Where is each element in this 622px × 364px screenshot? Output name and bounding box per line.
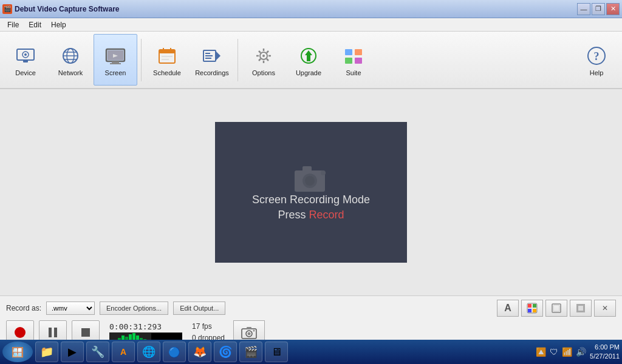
options-icon	[251, 44, 276, 68]
taskbar-tools[interactable]: 🔧	[86, 342, 109, 362]
svg-point-57	[15, 327, 26, 338]
svg-rect-54	[553, 305, 559, 311]
maximize-button[interactable]: ❐	[592, 3, 605, 15]
format-select[interactable]: .wmv .avi .mp4 .mov	[46, 302, 95, 315]
svg-point-65	[253, 330, 255, 332]
text-overlay-btn[interactable]: A	[497, 300, 519, 317]
timer-display: 0:00:31:293	[109, 322, 162, 331]
window-title: Debut Video Capture Software	[15, 5, 119, 13]
taskbar-chrome[interactable]: 🌀	[214, 342, 237, 362]
svg-rect-3	[23, 60, 28, 62]
taskbar-media[interactable]: ▶	[61, 342, 84, 362]
svg-rect-52	[533, 309, 536, 312]
svg-rect-46	[302, 166, 312, 172]
schedule-icon	[155, 44, 179, 68]
separator-1	[141, 39, 142, 81]
menu-help[interactable]: Help	[46, 19, 71, 30]
titlebar: 🎬 Debut Video Capture Software — ❐ ✕	[0, 0, 622, 18]
encoder-options-button[interactable]: Encoder Options...	[100, 302, 168, 315]
toolbar: Device Network Screen	[0, 32, 622, 89]
clock-time: 6:00 PM	[590, 343, 620, 352]
taskbar-ie[interactable]: 🔵	[163, 342, 186, 362]
system-clock: 6:00 PM 5/27/2011	[590, 343, 620, 362]
schedule-label: Schedule	[153, 69, 181, 76]
toolbar-upgrade[interactable]: Upgrade	[287, 34, 330, 86]
upgrade-icon	[296, 44, 321, 68]
taskbar-firefox[interactable]: 🦊	[188, 342, 211, 362]
svg-rect-51	[528, 309, 531, 312]
toolbar-schedule[interactable]: Schedule	[145, 34, 189, 86]
svg-rect-23	[205, 55, 213, 56]
record-as-row: Record as: .wmv .avi .mp4 .mov Encoder O…	[6, 300, 616, 317]
taskbar-presentation[interactable]: 🖥	[265, 342, 288, 362]
clock-date: 5/27/2011	[590, 352, 620, 361]
svg-rect-37	[345, 49, 352, 55]
network-icon	[58, 44, 83, 68]
overlay-buttons: A	[497, 300, 616, 317]
menu-file[interactable]: File	[2, 19, 24, 30]
svg-rect-24	[205, 58, 211, 59]
toolbar-help[interactable]: ? Help	[575, 34, 618, 86]
minimize-button[interactable]: —	[577, 3, 590, 15]
preview-mode-text: Screen Recording Mode	[252, 194, 370, 206]
notification-icon: 🔼	[536, 347, 546, 357]
svg-rect-58	[49, 328, 52, 337]
edit-output-button[interactable]: Edit Output...	[173, 302, 225, 315]
options-label: Options	[252, 69, 275, 76]
help-icon: ?	[584, 44, 609, 68]
help-label: Help	[590, 69, 604, 76]
svg-rect-64	[247, 327, 251, 329]
preview-press-text: Press	[278, 209, 309, 221]
camera-icon	[292, 163, 331, 194]
record-as-label: Record as:	[6, 304, 41, 312]
mask-btn[interactable]	[570, 300, 592, 317]
antivirus-icon: 🛡	[550, 347, 558, 357]
suite-label: Suite	[346, 69, 361, 76]
recordings-icon	[200, 44, 224, 68]
toolbar-network[interactable]: Network	[49, 34, 92, 86]
svg-line-31	[259, 51, 261, 53]
screen-label: Screen	[105, 69, 126, 76]
taskbar-globe[interactable]: 🌐	[137, 342, 160, 362]
fps-display: 17 fps	[192, 321, 225, 332]
svg-rect-59	[54, 328, 57, 337]
close-button[interactable]: ✕	[606, 3, 620, 15]
remove-overlay-btn[interactable]: ✕	[594, 300, 616, 317]
toolbar-options[interactable]: Options	[242, 34, 285, 86]
toolbar-screen[interactable]: Screen	[94, 34, 137, 86]
upgrade-label: Upgrade	[296, 69, 321, 76]
taskbar-explorer[interactable]: 📁	[35, 342, 58, 362]
suite-icon	[341, 44, 366, 68]
toolbar-recordings[interactable]: Recordings	[190, 34, 234, 86]
toolbar-device[interactable]: Device	[4, 34, 47, 86]
svg-point-63	[248, 332, 251, 335]
device-icon	[13, 44, 38, 68]
svg-rect-12	[110, 63, 121, 64]
svg-rect-11	[112, 61, 119, 63]
svg-point-47	[321, 170, 326, 175]
taskbar-font[interactable]: A	[112, 342, 135, 362]
taskbar-right: 🔼 🛡 📶 🔊 6:00 PM 5/27/2011	[536, 343, 620, 362]
recordings-label: Recordings	[195, 69, 229, 76]
svg-rect-50	[533, 304, 536, 308]
menu-edit[interactable]: Edit	[24, 19, 46, 30]
svg-marker-36	[305, 50, 312, 61]
svg-rect-49	[528, 304, 531, 308]
svg-rect-56	[578, 306, 583, 311]
svg-marker-21	[216, 51, 220, 61]
titlebar-left: 🎬 Debut Video Capture Software	[2, 4, 119, 14]
start-button[interactable]: 🪟	[2, 342, 33, 362]
network-label: Network	[58, 69, 83, 76]
svg-line-34	[259, 59, 261, 61]
window-controls: — ❐ ✕	[577, 3, 620, 15]
frame-btn[interactable]	[545, 300, 567, 317]
screen-icon	[103, 44, 128, 68]
svg-rect-15	[159, 50, 175, 53]
network-status-icon: 📶	[562, 347, 572, 357]
device-label: Device	[15, 69, 36, 76]
color-btn[interactable]	[521, 300, 543, 317]
taskbar-debut[interactable]: 🎬	[239, 342, 262, 362]
main-content: Screen Recording Mode Press Record	[0, 89, 622, 295]
toolbar-suite[interactable]: Suite	[332, 34, 375, 86]
separator-2	[238, 39, 238, 81]
